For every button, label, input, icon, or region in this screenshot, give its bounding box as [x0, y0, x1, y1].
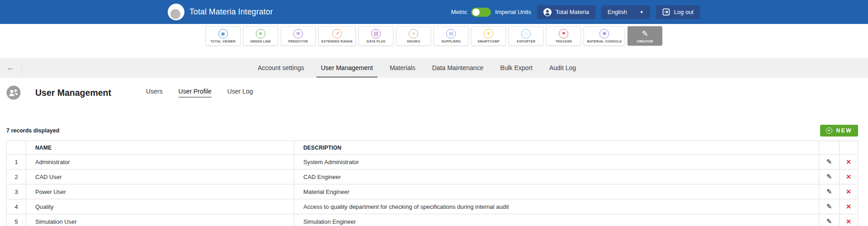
app-tile-data-plus[interactable]: @ DATA PLUS	[359, 26, 393, 46]
app-tile-suppliers[interactable]: ⊟ SUPPLIERS	[434, 26, 468, 46]
table-row: 2CAD UserCAD Engineer✎✕	[7, 170, 858, 184]
row-number: 2	[7, 170, 26, 184]
logout-button[interactable]: Log out	[656, 5, 700, 19]
app-tile-label: TOTAL VIEWER	[210, 40, 236, 43]
app-tile-label: SUPPLIERS	[442, 40, 461, 43]
app-tile-label: CREATOR	[637, 40, 653, 43]
edit-button[interactable]: ✎	[819, 155, 840, 170]
user-avatar-icon	[543, 8, 552, 16]
row-number: 1	[7, 155, 26, 170]
delete-column-header	[840, 141, 858, 155]
delete-button[interactable]: ✕	[840, 170, 858, 184]
toggle-knob	[472, 9, 480, 16]
row-number-header	[7, 141, 26, 155]
plus-circle-icon: +	[826, 127, 832, 134]
units-toggle[interactable]	[471, 8, 491, 17]
account-label: Total Materia	[556, 9, 589, 15]
pencil-icon: ✎	[826, 188, 832, 195]
imperial-units-label: Imperial Units	[495, 9, 531, 15]
nav-tab-data-maintenance[interactable]: Data Maintenance	[432, 58, 484, 78]
edit-button[interactable]: ✎	[819, 199, 840, 214]
profile-name-cell: CAD User	[26, 170, 294, 184]
profile-description-cell: System Administrator	[294, 155, 819, 170]
arrow-up-right-icon: ↗	[332, 29, 342, 38]
metric-label: Metric	[451, 9, 467, 15]
subtabs: UsersUser ProfileUser Log	[146, 88, 253, 98]
edit-button[interactable]: ✎	[819, 170, 840, 184]
flag-icon: ⚑	[559, 29, 568, 38]
edit-column-header	[819, 141, 840, 155]
app-tile-label: TRACKER	[556, 40, 572, 43]
page-title: User Management	[35, 88, 111, 98]
new-button[interactable]: + NEW	[820, 125, 859, 137]
app-tile-smartcomp[interactable]: ✳ SMARTCOMP	[471, 26, 506, 46]
profile-description-cell: Simulation Engineer	[294, 214, 819, 226]
edit-button[interactable]: ✎	[819, 184, 840, 199]
language-value: English	[608, 9, 627, 15]
brand-title: Total Materia Integrator	[189, 7, 273, 17]
logout-icon	[662, 8, 670, 16]
table-header-row: NAME DESCRIPTION	[7, 141, 858, 155]
delete-button[interactable]: ✕	[840, 184, 858, 199]
records-count-label: 7 records displayed	[6, 127, 59, 134]
app-tile-label: DATA PLUS	[367, 40, 385, 43]
back-button[interactable]: ←	[0, 58, 22, 78]
app-tile-green-line[interactable]: ≋ GREEN LINE	[243, 26, 278, 46]
table-row: 5Simulation UserSimulation Engineer✎✕	[7, 214, 858, 226]
app-tile-label: GREEN LINE	[250, 40, 271, 43]
delete-x-icon: ✕	[846, 218, 851, 225]
pencil-icon: ✎	[826, 202, 832, 210]
user-profiles-table: NAME DESCRIPTION 1AdministratorSystem Ad…	[6, 141, 858, 226]
pencil-icon: ✎	[826, 173, 832, 180]
app-tile-tracker[interactable]: ⚑ TRACKER	[546, 26, 581, 46]
table-row: 3Power UserMaterial Engineer✎✕	[7, 184, 858, 199]
concentric-circles-icon: ◉	[218, 29, 228, 38]
row-number: 3	[7, 184, 26, 199]
app-tile-label: SMARTCOMP	[478, 40, 500, 43]
nav-tab-bulk-export[interactable]: Bulk Export	[500, 58, 533, 78]
profile-description-cell: CAD Engineer	[294, 170, 819, 184]
asterisk-icon: ✳	[484, 29, 493, 38]
back-arrow-icon: ←	[7, 63, 14, 72]
delete-button[interactable]: ✕	[840, 214, 858, 226]
delete-button[interactable]: ✕	[840, 155, 858, 170]
delete-x-icon: ✕	[846, 158, 851, 165]
profile-name-cell: Simulation User	[26, 214, 294, 226]
pencil-icon: ✎	[826, 217, 832, 225]
nav-tab-audit-log[interactable]: Audit Log	[549, 58, 576, 78]
app-tile-total-viewer[interactable]: ◉ TOTAL VIEWER	[206, 26, 241, 46]
app-tile-label: PREDICTOR	[288, 40, 308, 43]
app-logo-icon	[168, 4, 184, 20]
new-button-label: NEW	[836, 127, 853, 134]
delete-x-icon: ✕	[846, 203, 851, 210]
subtab-users[interactable]: Users	[146, 88, 163, 98]
app-tile-creator[interactable]: ✎ CREATOR	[627, 26, 662, 46]
pencil-icon: ✎	[826, 158, 832, 165]
nav-tab-account-settings[interactable]: Account settings	[258, 58, 304, 78]
profile-name-cell: Quality	[26, 199, 294, 214]
molecules-icon: ❋	[599, 29, 609, 38]
account-button[interactable]: Total Materia	[537, 5, 595, 19]
nav-tab-user-management[interactable]: User Management	[321, 58, 373, 78]
nav-tab-materials[interactable]: Materials	[390, 58, 415, 78]
app-tile-predictor[interactable]: ✲ PREDICTOR	[281, 26, 316, 46]
truck-icon: ⊟	[446, 29, 456, 38]
language-select[interactable]: English ▼	[601, 5, 650, 19]
app-tile-extended-range[interactable]: ↗ EXTENDED RANGE	[318, 26, 356, 46]
row-number: 4	[7, 199, 26, 214]
edit-button[interactable]: ✎	[819, 214, 840, 226]
profile-name-cell: Power User	[26, 184, 294, 199]
network-sphere-icon: ✲	[293, 29, 303, 38]
app-tile-material-console[interactable]: ❋ MATERIAL CONSOLE	[584, 26, 625, 46]
profile-name-cell: Administrator	[26, 155, 294, 170]
top-header: Total Materia Integrator Metric Imperial…	[0, 0, 868, 24]
app-tile-exporter[interactable]: ∴ EXPORTER	[509, 26, 543, 46]
app-tile-label: EXPORTER	[517, 40, 535, 43]
app-tile-label: MATERIAL CONSOLE	[587, 40, 622, 43]
subtab-user-profile[interactable]: User Profile	[179, 88, 212, 98]
leaf-lines-icon: ≋	[256, 29, 265, 38]
subtab-user-log[interactable]: User Log	[227, 88, 253, 98]
app-tile-enviro[interactable]: ⌖ ENVIRO	[396, 26, 431, 46]
delete-button[interactable]: ✕	[840, 199, 858, 214]
brand: Total Materia Integrator	[168, 4, 273, 20]
